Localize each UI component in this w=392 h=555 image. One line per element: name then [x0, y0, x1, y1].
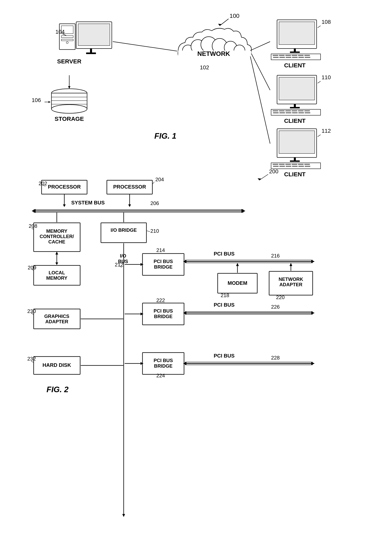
svg-rect-70	[286, 112, 291, 113]
svg-rect-3	[59, 24, 75, 50]
svg-rect-59	[294, 104, 296, 107]
svg-text:102: 102	[200, 64, 209, 71]
svg-marker-185	[311, 311, 315, 314]
svg-text:209: 209	[28, 265, 36, 270]
svg-text:MODEM: MODEM	[228, 280, 247, 286]
svg-rect-47	[304, 55, 310, 56]
svg-marker-202	[311, 362, 315, 365]
svg-rect-6	[61, 39, 73, 41]
fig1-diagram: 100 104 SERVER 106	[16, 8, 376, 151]
svg-text:PCI BUS: PCI BUS	[214, 302, 235, 308]
svg-marker-165	[236, 263, 239, 266]
svg-rect-73	[305, 112, 310, 113]
svg-marker-141	[55, 252, 58, 255]
svg-text:PCI BUS: PCI BUS	[214, 353, 235, 359]
svg-rect-39	[294, 49, 296, 51]
svg-text:212: 212	[115, 262, 123, 268]
svg-text:HARD DISK: HARD DISK	[43, 362, 71, 368]
svg-marker-156	[311, 260, 315, 263]
svg-rect-78	[279, 131, 315, 153]
svg-marker-114	[63, 204, 66, 207]
svg-rect-60	[290, 107, 300, 108]
svg-line-95	[318, 135, 321, 137]
svg-text:202: 202	[39, 180, 47, 186]
svg-rect-69	[279, 112, 285, 113]
svg-line-55	[318, 26, 321, 28]
svg-rect-45	[292, 55, 297, 56]
svg-text:PROCESSOR: PROCESSOR	[48, 184, 81, 190]
svg-text:LOCAL: LOCAL	[49, 270, 65, 275]
svg-rect-68	[273, 112, 279, 113]
svg-text:112: 112	[321, 128, 331, 134]
svg-rect-62	[273, 110, 278, 111]
svg-text:I/O BRIDGE: I/O BRIDGE	[111, 227, 137, 233]
svg-line-98	[251, 53, 270, 90]
svg-text:200: 200	[269, 168, 278, 175]
svg-text:NETWORK: NETWORK	[279, 277, 303, 282]
svg-text:222: 222	[156, 297, 165, 303]
svg-line-102	[259, 174, 268, 180]
svg-text:FIG. 2: FIG. 2	[47, 385, 68, 394]
svg-rect-9	[78, 24, 110, 45]
svg-text:PCI BUS: PCI BUS	[154, 358, 173, 363]
svg-text:GRAPHICS: GRAPHICS	[44, 314, 70, 319]
svg-text:210: 210	[150, 228, 159, 234]
svg-rect-72	[298, 112, 304, 113]
svg-text:I/O: I/O	[120, 253, 126, 258]
svg-text:224: 224	[156, 372, 165, 379]
svg-rect-49	[279, 57, 285, 58]
svg-rect-66	[298, 110, 304, 111]
svg-rect-52	[298, 57, 304, 58]
svg-text:218: 218	[221, 292, 229, 298]
svg-text:CLIENT: CLIENT	[284, 117, 306, 124]
svg-text:208: 208	[29, 223, 37, 229]
svg-marker-26	[68, 86, 71, 89]
svg-rect-11	[86, 52, 96, 54]
svg-rect-46	[298, 55, 304, 56]
svg-text:NETWORK: NETWORK	[197, 50, 230, 57]
svg-rect-42	[273, 55, 278, 56]
svg-text:CLIENT: CLIENT	[284, 62, 306, 69]
svg-text:SYSTEM BUS: SYSTEM BUS	[71, 200, 105, 206]
svg-text:CACHE: CACHE	[48, 239, 65, 244]
svg-text:PCI BUS: PCI BUS	[214, 251, 235, 257]
svg-rect-51	[292, 57, 298, 58]
svg-text:PCI BUS: PCI BUS	[154, 259, 173, 264]
svg-text:CONTROLLER/: CONTROLLER/	[40, 234, 74, 239]
svg-text:SERVER: SERVER	[57, 58, 82, 65]
svg-text:PROCESSOR: PROCESSOR	[113, 184, 146, 190]
svg-line-97	[250, 42, 270, 51]
svg-text:BRIDGE: BRIDGE	[154, 314, 172, 319]
svg-text:228: 228	[271, 355, 280, 361]
svg-rect-38	[279, 22, 315, 44]
fig2-diagram: 200 PROCESSOR 202 PROCESSOR 204 206 SYST…	[16, 154, 376, 541]
svg-line-36	[113, 42, 177, 51]
svg-rect-44	[285, 55, 291, 56]
svg-text:ADAPTER: ADAPTER	[45, 319, 68, 324]
svg-text:FIG. 1: FIG. 1	[154, 131, 176, 140]
svg-marker-209	[122, 514, 125, 517]
svg-rect-10	[90, 49, 92, 52]
page: 100 104 SERVER 106	[0, 0, 392, 555]
svg-text:206: 206	[150, 200, 159, 206]
svg-text:216: 216	[271, 253, 280, 259]
svg-marker-142	[55, 263, 58, 265]
svg-marker-171	[290, 263, 292, 266]
svg-text:PCI BUS: PCI BUS	[154, 308, 173, 314]
svg-text:110: 110	[321, 74, 331, 80]
svg-marker-23	[49, 101, 50, 103]
svg-line-99	[250, 57, 270, 144]
svg-text:BRIDGE: BRIDGE	[154, 363, 172, 369]
svg-text:226: 226	[271, 304, 280, 310]
svg-rect-53	[305, 57, 310, 58]
svg-text:MEMORY: MEMORY	[46, 275, 67, 281]
svg-rect-71	[292, 112, 298, 113]
svg-text:STORAGE: STORAGE	[55, 116, 84, 122]
svg-text:ADAPTER: ADAPTER	[279, 282, 302, 287]
svg-rect-67	[304, 110, 310, 111]
svg-text:MEMORY: MEMORY	[46, 228, 67, 234]
svg-line-1	[220, 19, 228, 26]
svg-text:106: 106	[32, 97, 41, 103]
svg-rect-5	[61, 36, 73, 38]
svg-rect-65	[292, 110, 297, 111]
